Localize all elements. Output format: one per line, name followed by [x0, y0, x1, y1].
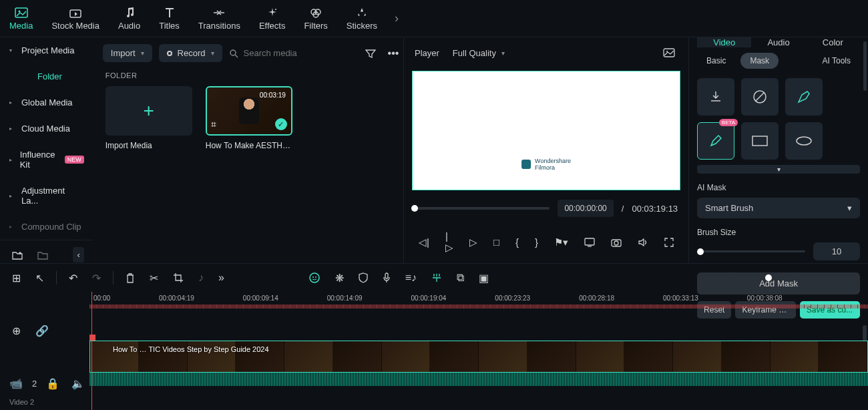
- search-input[interactable]: [244, 48, 356, 58]
- zoom-slider[interactable]: [728, 277, 769, 279]
- mask-pen-icon[interactable]: [785, 78, 823, 116]
- undo-icon[interactable]: ↶: [66, 269, 80, 287]
- tab-audio[interactable]: Audio: [114, 3, 144, 33]
- music-icon[interactable]: ♪: [196, 269, 206, 286]
- brush-size-slider[interactable]: [697, 250, 805, 252]
- marker-dropdown-icon[interactable]: ⚑▾: [552, 234, 571, 251]
- video-track-icon[interactable]: 📹: [7, 375, 25, 393]
- mask-brush-icon[interactable]: BETA: [697, 122, 734, 160]
- mark-in-icon[interactable]: {: [513, 234, 521, 250]
- mask-none-icon[interactable]: [741, 78, 779, 116]
- ruler-bar[interactable]: [89, 304, 868, 309]
- mic-icon[interactable]: [380, 270, 393, 286]
- tab-video[interactable]: Video: [697, 37, 751, 47]
- shield-icon[interactable]: [356, 270, 371, 286]
- display-icon[interactable]: [582, 235, 598, 250]
- fullscreen-icon[interactable]: [662, 235, 676, 250]
- mask-import-icon[interactable]: [697, 78, 734, 116]
- media-search[interactable]: [229, 48, 356, 58]
- mask-ellipse-icon[interactable]: [785, 122, 823, 160]
- select-icon[interactable]: ↖: [33, 269, 47, 287]
- caret-down-icon: ▾: [847, 203, 852, 213]
- folder-icon[interactable]: [35, 248, 51, 262]
- link-track-icon[interactable]: 🔗: [33, 322, 51, 340]
- mask-more[interactable]: ▾: [697, 165, 860, 174]
- color-wheel-icon[interactable]: ❋: [333, 269, 347, 287]
- quality-dropdown[interactable]: Full Quality▾: [447, 45, 510, 61]
- record-dropdown[interactable]: Record▾: [159, 44, 222, 62]
- progress-slider[interactable]: [415, 207, 550, 210]
- folder-section-label: FOLDER: [93, 69, 411, 86]
- timeline-ruler[interactable]: 00:00 00:00:04:19 00:00:09:14 00:00:14:0…: [89, 292, 868, 304]
- new-folder-icon[interactable]: [9, 248, 25, 262]
- svg-point-18: [312, 276, 314, 278]
- subtab-ai-tools[interactable]: AI Tools: [813, 53, 860, 69]
- subtab-basic[interactable]: Basic: [697, 53, 735, 69]
- tab-stickers[interactable]: Stickers: [343, 3, 381, 33]
- tab-media[interactable]: Media: [5, 3, 37, 33]
- sidebar-folder[interactable]: Folder: [0, 63, 93, 89]
- marker-add-icon[interactable]: ▣: [476, 269, 491, 287]
- play-icon[interactable]: ▷: [467, 234, 480, 251]
- tab-filters[interactable]: Filters: [300, 3, 331, 33]
- sidebar-influence-kit[interactable]: ▸Influence KitNEW: [0, 142, 93, 178]
- tab-titles[interactable]: Titles: [155, 3, 184, 33]
- topnav-more[interactable]: ›: [387, 11, 407, 25]
- chevron-right-icon: ▸: [9, 126, 16, 132]
- music-note-icon: [124, 6, 135, 19]
- next-frame-icon[interactable]: |▷: [443, 228, 456, 256]
- sidebar-collapse[interactable]: ‹: [73, 247, 83, 262]
- sidebar-project-media[interactable]: ▾Project Media: [0, 37, 93, 63]
- tab-transitions[interactable]: Transitions: [194, 3, 244, 33]
- audio-waveform[interactable]: [89, 373, 868, 386]
- media-clip-tile[interactable]: 00:03:19 ⌗ ✓ How To Make AESTHE...: [206, 86, 292, 150]
- camera-icon[interactable]: [608, 235, 624, 250]
- more-tools-icon[interactable]: »: [216, 269, 227, 286]
- brush-size-value[interactable]: 10: [813, 242, 860, 260]
- tab-effects[interactable]: Effects: [255, 3, 290, 33]
- import-dropdown[interactable]: Import▾: [103, 44, 152, 62]
- progress-handle[interactable]: [411, 205, 418, 212]
- playhead[interactable]: [91, 292, 92, 410]
- sidebar-adjustment-layer[interactable]: ▸Adjustment La...: [0, 178, 93, 214]
- sidebar-global-media[interactable]: ▸Global Media: [0, 89, 93, 116]
- preview-canvas[interactable]: WondershareFilmora: [412, 71, 680, 190]
- audio-levels-icon[interactable]: ≡♪: [403, 269, 419, 286]
- check-icon: ✓: [275, 118, 287, 130]
- volume-icon[interactable]: [635, 235, 651, 250]
- subtab-mask[interactable]: Mask: [740, 53, 779, 69]
- redo-icon[interactable]: ↷: [89, 269, 103, 287]
- more-icon[interactable]: •••: [385, 45, 402, 62]
- magnet-icon[interactable]: [429, 270, 445, 286]
- inspector-scrollbar[interactable]: [863, 41, 867, 91]
- ai-icon[interactable]: [306, 269, 323, 286]
- delete-icon[interactable]: [123, 270, 138, 286]
- lock-icon[interactable]: 🔒: [43, 375, 62, 393]
- tab-stock-media[interactable]: Stock Media: [47, 3, 103, 33]
- text-icon: [164, 6, 175, 19]
- import-media-tile[interactable]: + Import Media: [105, 86, 192, 150]
- svg-point-1: [18, 11, 20, 13]
- add-track-icon[interactable]: ⊕: [9, 322, 23, 340]
- sidebar-cloud-media[interactable]: ▸Cloud Media: [0, 116, 93, 142]
- prev-frame-icon[interactable]: ◁|: [416, 234, 432, 251]
- layout-icon[interactable]: ⊞: [9, 269, 23, 287]
- sparkle-icon: [266, 6, 278, 19]
- ai-mask-select[interactable]: Smart Brush▾: [697, 198, 860, 218]
- slider-handle[interactable]: [697, 248, 704, 255]
- filter-icon[interactable]: [363, 46, 379, 61]
- tab-color[interactable]: Color: [806, 37, 860, 47]
- sidebar-compound-clip[interactable]: ▸Compound Clip: [0, 214, 93, 240]
- link-icon[interactable]: ⧉: [454, 269, 467, 286]
- timeline-tracks[interactable]: 00:00 00:00:04:19 00:00:09:14 00:00:14:0…: [89, 292, 868, 410]
- mark-out-icon[interactable]: }: [532, 234, 541, 250]
- video-track-clip[interactable]: How To … TIC Videos Step by Step Guide 2…: [89, 341, 868, 373]
- mask-rectangle-icon[interactable]: [741, 122, 779, 160]
- snapshot-icon[interactable]: [660, 45, 678, 60]
- split-icon[interactable]: ✂: [147, 269, 161, 287]
- stop-icon[interactable]: □: [491, 234, 502, 250]
- zoom-handle[interactable]: [765, 274, 772, 281]
- mute-icon[interactable]: 🔈: [69, 375, 87, 393]
- tab-audio[interactable]: Audio: [751, 37, 805, 47]
- crop-icon[interactable]: [170, 270, 186, 286]
